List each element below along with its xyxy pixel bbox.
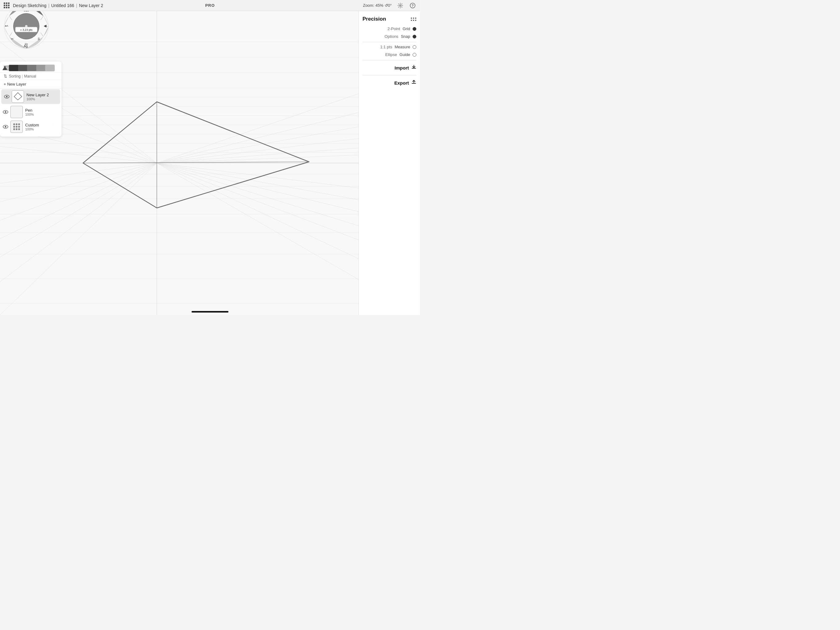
svg-line-59 <box>9 33 12 36</box>
precision-grid-icon[interactable] <box>411 17 416 21</box>
layer-visibility-toggle[interactable] <box>2 124 9 129</box>
measure-toggle[interactable] <box>413 45 416 49</box>
zoom-label: Zoom: 45% ↺0° <box>363 3 392 8</box>
perspective-grid <box>0 11 420 315</box>
layer-item-new-layer-2[interactable]: New Layer 2 100% <box>1 89 60 104</box>
svg-point-0 <box>400 5 401 6</box>
snap-toggle[interactable] <box>413 35 416 38</box>
divider-2 <box>363 60 416 60</box>
swatch-1[interactable] <box>9 65 18 71</box>
right-panel: Precision 2-Point Grid Options Snap 1:1 … <box>358 11 420 315</box>
canvas-area[interactable] <box>0 11 420 315</box>
layer-info: New Layer 2 100% <box>27 93 49 101</box>
svg-text:✂: ✂ <box>11 37 14 41</box>
topbar: Design Sketching | Untitled 166 | New La… <box>0 0 420 11</box>
svg-text:8'li: 8'li <box>25 43 28 46</box>
svg-point-84 <box>5 126 6 128</box>
layer-visibility-toggle[interactable] <box>2 109 9 114</box>
svg-line-55 <box>41 16 43 20</box>
guide-toggle[interactable] <box>413 53 416 57</box>
settings-button[interactable] <box>396 2 404 9</box>
svg-text:◀: ◀ <box>44 24 47 28</box>
svg-marker-80 <box>14 93 22 100</box>
layer-info: Pen 100% <box>25 108 34 116</box>
sorting-row[interactable]: ⇅ Sorting | Manual <box>0 73 62 80</box>
swatch-2[interactable] <box>18 65 27 71</box>
precision-row-measure: 1:1 pts Measure <box>363 44 416 49</box>
svg-text:100%: 100% <box>33 36 39 40</box>
svg-text:?: ? <box>412 4 414 7</box>
import-icon <box>411 65 416 71</box>
layer-visibility-toggle[interactable] <box>4 94 10 99</box>
svg-point-82 <box>5 111 6 113</box>
import-button[interactable]: Import <box>363 63 416 73</box>
layer-item-pen[interactable]: Pen 100% <box>0 104 62 119</box>
swatch-4[interactable] <box>36 65 46 71</box>
layer-thumbnail <box>12 90 24 103</box>
help-button[interactable]: ? <box>409 2 416 9</box>
layer-name[interactable]: New Layer 2 <box>79 3 103 8</box>
svg-line-61 <box>9 16 12 20</box>
layer-thumbnail <box>11 106 23 118</box>
app-name: Design Sketching <box>13 3 46 8</box>
sort-icon: ⇅ <box>4 74 7 78</box>
layers-panel: Layers ⇅ Sorting | Manual + New Layer Ne… <box>0 62 62 136</box>
topbar-right-controls: Zoom: 45% ↺0° ? <box>363 2 416 9</box>
color-swatches[interactable] <box>2 64 55 72</box>
svg-text:= 3.23 pts: = 3.23 pts <box>20 28 33 32</box>
svg-line-57 <box>41 33 43 36</box>
layer-thumbnail <box>11 120 23 133</box>
precision-row-snap: Options Snap <box>363 34 416 39</box>
precision-row-grid: 2-Point Grid <box>363 27 416 31</box>
svg-point-79 <box>6 96 8 98</box>
doc-name[interactable]: Untitled 166 <box>51 3 74 8</box>
precision-row-guide: Ellipse Guide <box>363 52 416 57</box>
grid-toggle[interactable] <box>413 27 416 31</box>
new-layer-button[interactable]: + New Layer <box>0 80 62 89</box>
export-button[interactable]: Export <box>363 78 416 88</box>
swatch-3[interactable] <box>27 65 36 71</box>
color-triangle <box>2 66 7 70</box>
divider <box>363 42 416 42</box>
export-icon <box>411 80 416 86</box>
pro-badge: PRO <box>205 3 215 8</box>
svg-text:↩: ↩ <box>5 24 8 28</box>
app-grid-icon[interactable] <box>4 2 10 9</box>
precision-title: Precision <box>363 16 416 22</box>
home-bar <box>191 311 229 313</box>
breadcrumb: Design Sketching | Untitled 166 | New La… <box>13 3 103 8</box>
swatch-5[interactable] <box>45 65 54 71</box>
layer-info: Custom 100% <box>25 123 39 131</box>
svg-text:21%: 21% <box>14 36 19 40</box>
layer-item-custom[interactable]: Custom 100% <box>0 119 62 134</box>
